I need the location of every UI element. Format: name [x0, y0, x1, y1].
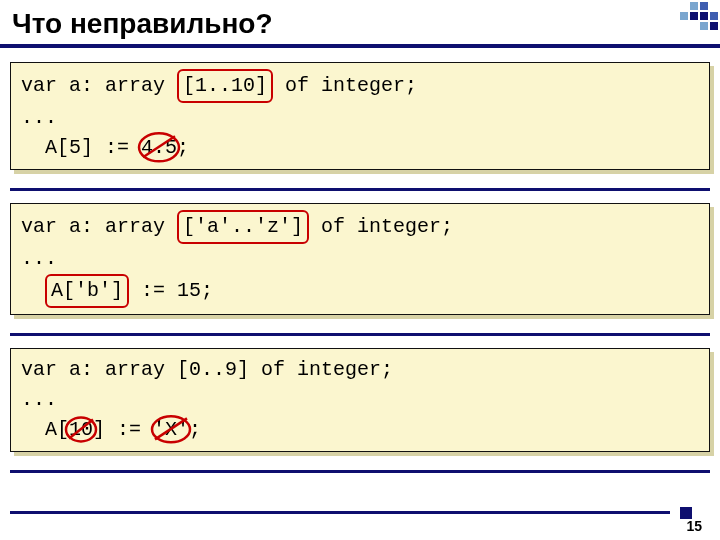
code-block-1: var a: array [1..10] of integer; ... A[5…: [10, 62, 710, 170]
code-line: A[10] := 'X';: [21, 415, 699, 445]
red-box-index-range: ['a'..'z']: [177, 210, 309, 244]
text: ;: [177, 136, 189, 159]
code-block-2: var a: array ['a'..'z'] of integer; ... …: [10, 203, 710, 315]
text: := 15;: [129, 279, 213, 302]
text: [21, 279, 45, 302]
code-line: ...: [21, 244, 699, 274]
divider: [10, 188, 710, 191]
text: A[: [21, 418, 69, 441]
text: of integer;: [273, 74, 417, 97]
code-line: var a: array [0..9] of integer;: [21, 355, 699, 385]
title-bar: Что неправильно?: [0, 0, 720, 48]
text: var a: array: [21, 74, 177, 97]
text: ;: [189, 418, 201, 441]
corner-deco: [680, 2, 718, 30]
code-line: ...: [21, 385, 699, 415]
text: 4.5: [141, 136, 177, 159]
code-block-3: var a: array [0..9] of integer; ... A[10…: [10, 348, 710, 452]
text: ] :=: [93, 418, 153, 441]
strike-index: 10: [69, 415, 93, 445]
footer-bar: [10, 511, 670, 514]
red-box-index-range: [1..10]: [177, 69, 273, 103]
code-line: ...: [21, 103, 699, 133]
code-line: A[5] := 4.5;: [21, 133, 699, 163]
divider: [10, 470, 710, 473]
text: var a: array: [21, 215, 177, 238]
text: A[5] :=: [21, 136, 141, 159]
divider: [10, 333, 710, 336]
red-box-array-ref: A['b']: [45, 274, 129, 308]
text: 'X': [153, 418, 189, 441]
strike-value: 'X': [153, 415, 189, 445]
code-line: var a: array ['a'..'z'] of integer;: [21, 210, 699, 244]
code-line: var a: array [1..10] of integer;: [21, 69, 699, 103]
strike-value: 4.5: [141, 133, 177, 163]
page-title: Что неправильно?: [12, 8, 720, 40]
code-line: A['b'] := 15;: [21, 274, 699, 308]
page-number: 15: [686, 518, 702, 534]
text: of integer;: [309, 215, 453, 238]
text: 10: [69, 418, 93, 441]
